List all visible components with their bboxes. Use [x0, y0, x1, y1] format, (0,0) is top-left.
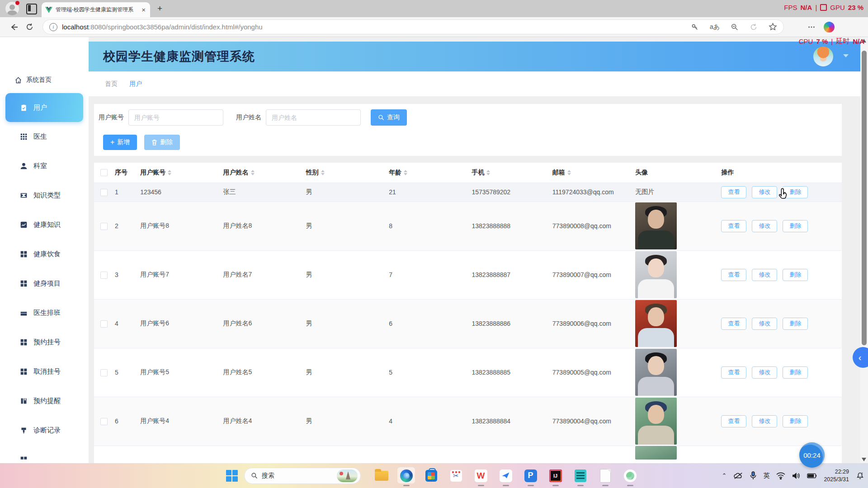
delete-row-button[interactable]: 删除 — [783, 318, 808, 330]
sidebar-item-reminders[interactable]: 预约提醒 — [0, 386, 89, 416]
browser-tab[interactable]: 管理端-校园学生健康监测管理系 × — [42, 2, 150, 17]
password-key-icon[interactable] — [691, 23, 699, 31]
sidebar-item-departments[interactable]: 科室 — [0, 151, 89, 181]
col-age[interactable]: 年龄 — [389, 163, 472, 183]
add-button[interactable]: + 新增 — [103, 135, 137, 150]
view-button[interactable]: 查看 — [721, 269, 746, 281]
query-button[interactable]: 查询 — [371, 109, 407, 126]
taskbar-clock[interactable]: 22:29 2025/3/31 — [824, 468, 849, 483]
col-name[interactable]: 用户姓名 — [223, 163, 306, 183]
favorite-star-icon[interactable] — [769, 23, 777, 31]
breadcrumb-current[interactable]: 用户 — [129, 80, 142, 88]
workspaces-icon[interactable] — [26, 4, 37, 14]
snipping-tool-icon[interactable]: ✂ — [443, 465, 468, 487]
tray-expand-icon[interactable]: ⌃ — [722, 472, 726, 479]
edge-browser-icon[interactable] — [394, 465, 419, 487]
sort-icons[interactable] — [321, 170, 325, 175]
table-row[interactable]: 5 用户账号5 用户姓名5 男 5 13823888885 773890005@… — [94, 348, 842, 397]
row-checkbox[interactable] — [100, 272, 108, 279]
p-app-icon[interactable]: P — [518, 465, 543, 487]
back-button[interactable] — [6, 19, 22, 35]
col-account[interactable]: 用户账号 — [140, 163, 223, 183]
taskbar-search[interactable]: 搜索 — [244, 468, 361, 484]
sort-icons[interactable] — [486, 170, 490, 175]
wifi-icon[interactable] — [776, 472, 785, 479]
edit-button[interactable]: 修改 — [752, 269, 777, 281]
new-tab-button[interactable]: + — [157, 4, 162, 14]
sort-icons[interactable] — [567, 170, 571, 175]
row-checkbox[interactable] — [100, 418, 108, 425]
delete-button[interactable]: 删除 — [144, 135, 180, 150]
sidebar-item-doctor-schedule[interactable]: 医生排班 — [0, 298, 89, 328]
edit-button[interactable]: 修改 — [752, 415, 777, 427]
breadcrumb-home[interactable]: 首页 — [105, 80, 118, 88]
table-row[interactable]: 1 123456 张三 男 21 15735789202 1119724033@… — [94, 183, 842, 202]
ev-capture-icon[interactable] — [618, 465, 642, 487]
table-row[interactable]: 2 用户账号8 用户姓名8 男 8 13823888888 773890008@… — [94, 202, 842, 250]
sort-icons[interactable] — [404, 170, 407, 175]
row-checkbox[interactable] — [100, 189, 108, 196]
microsoft-store-icon[interactable] — [419, 465, 443, 487]
sidebar-item-fitness[interactable]: 健身项目 — [0, 269, 89, 298]
sidebar-item-knowledge-types[interactable]: 知识类型 — [0, 181, 89, 210]
col-email[interactable]: 邮箱 — [552, 163, 635, 183]
blue-app-icon[interactable] — [493, 465, 518, 487]
view-button[interactable]: 查看 — [721, 415, 746, 427]
sort-icons[interactable] — [251, 170, 255, 175]
col-gender[interactable]: 性别 — [306, 163, 389, 183]
favorites-bar-icon[interactable] — [790, 23, 799, 32]
scrollbar-thumb[interactable] — [862, 51, 867, 345]
battery-icon[interactable] — [807, 473, 817, 479]
select-all-checkbox[interactable] — [100, 169, 108, 176]
edit-button[interactable]: 修改 — [752, 186, 777, 198]
onedrive-paused-icon[interactable] — [733, 472, 743, 480]
delete-row-button[interactable]: 删除 — [783, 366, 808, 379]
edit-button[interactable]: 修改 — [752, 318, 777, 330]
account-input[interactable] — [128, 109, 223, 126]
sort-icons[interactable] — [168, 170, 171, 175]
edit-button[interactable]: 修改 — [752, 220, 777, 232]
view-button[interactable]: 查看 — [721, 220, 746, 232]
row-checkbox[interactable] — [100, 369, 108, 376]
scroll-down-icon[interactable] — [862, 458, 866, 461]
sync-icon[interactable] — [750, 23, 758, 31]
delete-row-button[interactable]: 删除 — [783, 220, 808, 232]
translate-icon[interactable]: aあ — [710, 23, 720, 31]
site-info-icon[interactable]: i — [49, 23, 57, 31]
notification-bell-icon[interactable]: z — [856, 471, 864, 480]
name-input[interactable] — [266, 109, 361, 126]
sidebar-item-doctors[interactable]: 医生 — [0, 122, 89, 151]
delete-row-button[interactable]: 删除 — [783, 415, 808, 427]
sidebar-item-home[interactable]: 系统首页 — [14, 73, 89, 87]
row-checkbox[interactable] — [100, 223, 108, 230]
url-bar[interactable]: i localhost:8080/springboot3c3856pa/admi… — [42, 19, 784, 34]
zoom-out-icon[interactable] — [731, 23, 739, 31]
table-row[interactable]: 4 用户账号6 用户姓名6 男 6 13823888886 773890006@… — [94, 299, 842, 348]
table-row[interactable]: 3 用户账号7 用户姓名7 男 7 13823888887 773890007@… — [94, 250, 842, 299]
sidebar-item-users[interactable]: 用户 — [5, 93, 83, 122]
sidebar-item-healthy-diet[interactable]: 健康饮食 — [0, 239, 89, 269]
col-phone[interactable]: 手机 — [472, 163, 552, 183]
intellij-idea-icon[interactable]: IJ — [543, 465, 568, 487]
sidebar-item-appointments[interactable]: 预约挂号 — [0, 328, 89, 357]
settings-dots-icon[interactable] — [807, 23, 816, 31]
search-highlight-image[interactable] — [337, 469, 358, 482]
view-button[interactable]: 查看 — [721, 366, 746, 379]
user-avatar[interactable] — [813, 47, 833, 66]
page-scrollbar[interactable] — [860, 37, 868, 463]
delete-row-button[interactable]: 删除 — [783, 269, 808, 281]
ime-indicator[interactable]: 英 — [763, 472, 769, 480]
volume-icon[interactable] — [792, 472, 800, 479]
row-checkbox[interactable] — [100, 320, 108, 328]
tab-close-icon[interactable]: × — [141, 6, 146, 14]
table-row-partial[interactable] — [94, 446, 842, 460]
notepad-icon[interactable] — [568, 465, 593, 487]
table-row[interactable]: 6 用户账号4 用户姓名4 男 4 13823888884 773890004@… — [94, 397, 842, 446]
view-button[interactable]: 查看 — [721, 186, 746, 198]
refresh-button[interactable] — [22, 19, 37, 35]
sidebar-item-partial[interactable] — [0, 445, 89, 463]
edit-button[interactable]: 修改 — [752, 366, 777, 379]
sidebar-item-diagnosis-records[interactable]: 诊断记录 — [0, 416, 89, 445]
start-button[interactable] — [226, 470, 238, 482]
wps-icon[interactable]: W — [468, 465, 493, 487]
